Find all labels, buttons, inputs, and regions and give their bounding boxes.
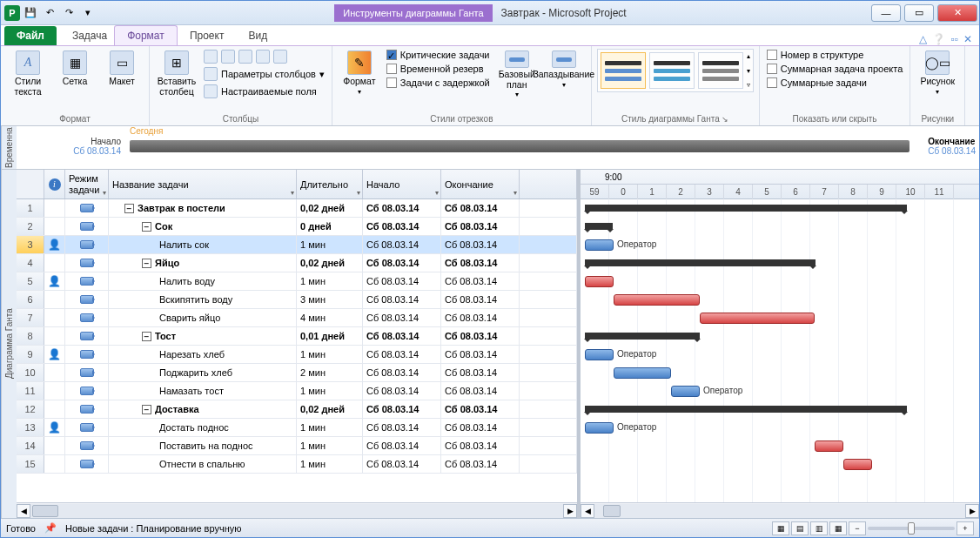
cell-duration[interactable]: 2 мин bbox=[297, 364, 363, 381]
cell-mode[interactable] bbox=[65, 455, 109, 473]
row-number[interactable]: 7 bbox=[17, 309, 44, 326]
col-end[interactable]: Окончание▾ bbox=[441, 170, 520, 198]
summary-tasks-checkbox[interactable]: Суммарные задачи bbox=[765, 77, 905, 89]
table-row[interactable]: 2−Сок0 днейСб 08.03.14Сб 08.03.14 bbox=[17, 218, 577, 236]
zoom-out-button[interactable]: − bbox=[849, 521, 866, 535]
cell-mode[interactable] bbox=[65, 291, 109, 308]
table-row[interactable]: 11Намазать тост1 минСб 08.03.14Сб 08.03.… bbox=[17, 382, 577, 400]
gantt-style-gallery[interactable]: ▴▾▿ bbox=[597, 49, 754, 92]
gallery-more-icon[interactable]: ▿ bbox=[747, 81, 750, 89]
scroll-left-icon[interactable]: ◀ bbox=[17, 504, 30, 518]
cell-duration[interactable]: 1 мин bbox=[297, 419, 363, 436]
timeline-body[interactable]: Сегодня НачалоСб 08.03.14 ОкончаниеСб 08… bbox=[17, 126, 979, 169]
cell-name[interactable]: −Тост bbox=[109, 327, 297, 345]
summary-bar[interactable] bbox=[585, 223, 613, 230]
cell-start[interactable]: Сб 08.03.14 bbox=[363, 364, 441, 381]
gantt-hscroll[interactable]: ◀ ▶ bbox=[581, 502, 979, 518]
cell-name[interactable]: −Доставка bbox=[109, 400, 297, 418]
format-tab[interactable]: Формат bbox=[114, 25, 178, 45]
cell-end[interactable]: Сб 08.03.14 bbox=[441, 437, 520, 454]
cell-mode[interactable] bbox=[65, 236, 109, 253]
gantt-row[interactable]: Оператор bbox=[581, 382, 979, 400]
gallery-up-icon[interactable]: ▴ bbox=[747, 52, 750, 60]
maximize-button[interactable]: ▭ bbox=[904, 4, 934, 22]
cell-info[interactable] bbox=[44, 254, 65, 272]
dialog-launcher-icon[interactable]: ↘ bbox=[722, 115, 728, 124]
row-number[interactable]: 11 bbox=[17, 382, 44, 400]
cell-start[interactable]: Сб 08.03.14 bbox=[363, 291, 441, 308]
task-bar[interactable] bbox=[614, 367, 671, 379]
cell-start[interactable]: Сб 08.03.14 bbox=[363, 218, 441, 235]
drawing-button[interactable]: ◯▭Рисунок▾ bbox=[916, 49, 959, 98]
close-button[interactable]: ✕ bbox=[937, 4, 977, 22]
cell-name[interactable]: Нарезать хлеб bbox=[109, 346, 297, 363]
timeline-vtab[interactable]: Временна bbox=[1, 126, 17, 169]
cell-extra[interactable] bbox=[520, 236, 577, 253]
cell-extra[interactable] bbox=[520, 364, 577, 381]
gantt-vtab[interactable]: Диаграмма Ганта bbox=[1, 170, 17, 518]
table-row[interactable]: 10Поджарить хлеб2 минСб 08.03.14Сб 08.03… bbox=[17, 364, 577, 382]
gantt-scroll-right-icon[interactable]: ▶ bbox=[965, 504, 979, 518]
cell-start[interactable]: Сб 08.03.14 bbox=[363, 309, 441, 326]
col-duration[interactable]: Длительно▾ bbox=[297, 170, 363, 198]
cell-extra[interactable] bbox=[520, 382, 577, 400]
cell-start[interactable]: Сб 08.03.14 bbox=[363, 254, 441, 272]
zoom-thumb[interactable] bbox=[908, 522, 915, 535]
cell-mode[interactable] bbox=[65, 309, 109, 326]
cell-name[interactable]: Намазать тост bbox=[109, 382, 297, 400]
cell-extra[interactable] bbox=[520, 400, 577, 418]
cell-mode[interactable] bbox=[65, 346, 109, 363]
slack-checkbox[interactable]: Временной резерв bbox=[385, 63, 492, 75]
text-styles-button[interactable]: AСтили текста bbox=[6, 49, 50, 98]
cell-duration[interactable]: 1 мин bbox=[297, 272, 363, 290]
qat-redo-button[interactable]: ↷ bbox=[60, 4, 77, 22]
outline-toggle-icon[interactable]: − bbox=[142, 222, 151, 232]
cell-name[interactable]: Достать поднос bbox=[109, 419, 297, 436]
cell-info[interactable]: 👤 bbox=[44, 236, 65, 253]
close-doc-icon[interactable]: ✕ bbox=[963, 33, 972, 45]
zoom-in-button[interactable]: + bbox=[957, 521, 974, 535]
cell-info[interactable]: 👤 bbox=[44, 419, 65, 436]
row-number[interactable]: 9 bbox=[17, 346, 44, 363]
task-bar[interactable] bbox=[700, 313, 815, 324]
row-number[interactable]: 8 bbox=[17, 327, 44, 345]
outline-toggle-icon[interactable]: − bbox=[142, 259, 151, 268]
cell-duration[interactable]: 0,02 дней bbox=[297, 254, 363, 272]
gantt-row[interactable] bbox=[581, 254, 979, 272]
cell-end[interactable]: Сб 08.03.14 bbox=[441, 346, 520, 363]
gantt-row[interactable] bbox=[581, 218, 979, 236]
cell-mode[interactable] bbox=[65, 199, 109, 217]
gallery-style-2[interactable] bbox=[649, 52, 695, 89]
zoom-slider[interactable] bbox=[868, 527, 955, 530]
cell-duration[interactable]: 0,01 дней bbox=[297, 327, 363, 345]
gantt-row[interactable] bbox=[581, 291, 979, 309]
cell-name[interactable]: Отнести в спальню bbox=[109, 455, 297, 473]
view-usage-icon[interactable]: ▤ bbox=[791, 521, 809, 535]
align-buttons[interactable] bbox=[202, 49, 326, 64]
gallery-style-3[interactable] bbox=[698, 52, 743, 89]
cell-extra[interactable] bbox=[520, 327, 577, 345]
minimize-button[interactable]: — bbox=[871, 4, 901, 22]
summary-bar[interactable] bbox=[585, 205, 907, 212]
cell-duration[interactable]: 1 мин bbox=[297, 382, 363, 400]
gantt-row[interactable]: Оператор bbox=[581, 236, 979, 254]
cell-start[interactable]: Сб 08.03.14 bbox=[363, 437, 441, 454]
qat-customize-button[interactable]: ▾ bbox=[79, 4, 97, 22]
cell-info[interactable] bbox=[44, 218, 65, 235]
gantt-row[interactable] bbox=[581, 199, 979, 218]
cell-info[interactable] bbox=[44, 400, 65, 418]
cell-info[interactable] bbox=[44, 382, 65, 400]
row-number[interactable]: 1 bbox=[17, 199, 44, 217]
cell-end[interactable]: Сб 08.03.14 bbox=[441, 309, 520, 326]
gallery-down-icon[interactable]: ▾ bbox=[747, 67, 750, 75]
gantt-row[interactable] bbox=[581, 327, 979, 346]
col-mode[interactable]: Режим задачи▾ bbox=[65, 170, 109, 198]
cell-start[interactable]: Сб 08.03.14 bbox=[363, 455, 441, 473]
task-bar[interactable] bbox=[843, 459, 872, 470]
gantt-row[interactable] bbox=[581, 364, 979, 382]
row-number[interactable]: 13 bbox=[17, 419, 44, 436]
cell-mode[interactable] bbox=[65, 437, 109, 454]
cell-extra[interactable] bbox=[520, 309, 577, 326]
cell-duration[interactable]: 4 мин bbox=[297, 309, 363, 326]
gantt-body[interactable]: ОператорОператорОператорОператор bbox=[581, 199, 979, 502]
